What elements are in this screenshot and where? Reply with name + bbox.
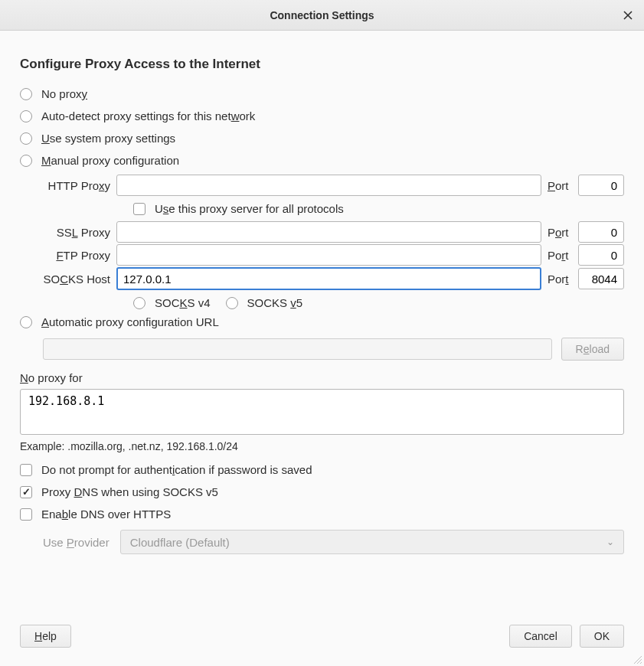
radio-socks-v4[interactable] — [133, 297, 145, 309]
dialog-footer: Help Cancel OK — [0, 609, 644, 666]
ftp-proxy-input[interactable] — [116, 244, 541, 266]
http-port-label: Port — [548, 179, 572, 192]
radio-label-system: Use system proxy settings — [41, 132, 175, 145]
socks-v4-label: SOCKS v4 — [155, 296, 211, 309]
no-proxy-example: Example: .mozilla.org, .net.nz, 192.168.… — [20, 440, 624, 452]
socks-port-input[interactable] — [578, 268, 624, 289]
doh-provider-row: Use Provider Cloudflare (Default) ⌄ — [20, 530, 624, 554]
socks-v4-option[interactable]: SOCKS v4 — [133, 296, 211, 309]
ssl-port-input[interactable] — [578, 221, 624, 243]
radio-system[interactable] — [20, 132, 32, 145]
radio-label-no-proxy: No proxy — [41, 87, 87, 100]
radio-row-manual[interactable]: Manual proxy configuration — [20, 149, 624, 171]
ftp-port-input[interactable] — [578, 244, 624, 266]
cancel-button[interactable]: Cancel — [509, 625, 572, 648]
use-for-all-row[interactable]: Use this proxy server for all protocols — [43, 198, 624, 220]
http-port-input[interactable] — [578, 175, 624, 196]
pac-row: Reload — [20, 338, 624, 361]
no-proxy-for-textarea[interactable] — [20, 389, 624, 435]
radio-label-auto-detect: Auto-detect proxy settings for this netw… — [41, 109, 255, 122]
no-prompt-row[interactable]: Do not prompt for authentication if pass… — [20, 459, 624, 481]
ssl-proxy-row: SSL Proxy Port — [43, 221, 624, 243]
socks-host-input[interactable] — [116, 267, 541, 290]
radio-row-system[interactable]: Use system proxy settings — [20, 127, 624, 149]
radio-socks-v5[interactable] — [226, 297, 238, 309]
socks-host-label: SOCKS Host — [43, 273, 110, 286]
socks-v5-option[interactable]: SOCKS v5 — [226, 296, 303, 309]
resize-grip-icon[interactable] — [632, 654, 642, 664]
radio-auto-detect[interactable] — [20, 110, 32, 122]
pac-url-input — [43, 338, 552, 360]
titlebar: Connection Settings — [0, 0, 644, 31]
radio-row-auto-detect[interactable]: Auto-detect proxy settings for this netw… — [20, 105, 624, 127]
radio-no-proxy[interactable] — [20, 88, 32, 100]
doh-provider-value: Cloudflare (Default) — [130, 536, 230, 549]
doh-label: Enable DNS over HTTPS — [41, 508, 171, 521]
http-proxy-row: HTTP Proxy Port — [43, 175, 624, 196]
ssl-port-label: Port — [548, 226, 572, 239]
page-title: Configure Proxy Access to the Internet — [20, 57, 624, 72]
radio-label-manual: Manual proxy configuration — [41, 154, 179, 167]
socks-version-row: SOCKS v4 SOCKS v5 — [43, 292, 624, 311]
radio-row-no-proxy[interactable]: No proxy — [20, 83, 624, 105]
ssl-proxy-label: SSL Proxy — [43, 226, 110, 239]
use-for-all-checkbox[interactable] — [133, 203, 145, 215]
dialog-title: Connection Settings — [270, 9, 374, 21]
no-prompt-label: Do not prompt for authentication if pass… — [41, 463, 312, 476]
help-button[interactable]: Help — [20, 625, 71, 648]
socks-v5-label: SOCKS v5 — [247, 296, 303, 309]
radio-label-pac: Automatic proxy configuration URL — [41, 315, 219, 328]
svg-line-4 — [640, 662, 642, 664]
connection-settings-dialog: Connection Settings Configure Proxy Acce… — [0, 0, 644, 666]
no-prompt-checkbox[interactable] — [20, 464, 32, 476]
proxy-dns-row[interactable]: Proxy DNS when using SOCKS v5 — [20, 481, 624, 503]
manual-proxy-block: HTTP Proxy Port Use this proxy server fo… — [20, 175, 624, 311]
http-proxy-label: HTTP Proxy — [43, 179, 110, 192]
radio-row-pac[interactable]: Automatic proxy configuration URL — [20, 311, 624, 333]
socks-port-label: Port — [548, 273, 572, 286]
proxy-dns-checkbox[interactable] — [20, 486, 32, 498]
radio-manual[interactable] — [20, 155, 32, 167]
proxy-dns-label: Proxy DNS when using SOCKS v5 — [41, 485, 218, 498]
radio-pac[interactable] — [20, 316, 32, 328]
doh-checkbox[interactable] — [20, 508, 32, 521]
reload-button: Reload — [561, 338, 624, 361]
use-for-all-label: Use this proxy server for all protocols — [155, 202, 344, 215]
ssl-proxy-input[interactable] — [116, 221, 541, 243]
socks-host-row: SOCKS Host Port — [43, 267, 624, 290]
http-proxy-input[interactable] — [116, 175, 541, 196]
ftp-port-label: Port — [548, 249, 572, 262]
chevron-down-icon: ⌄ — [606, 537, 614, 547]
ftp-proxy-row: FTP Proxy Port — [43, 244, 624, 266]
doh-provider-label: Use Provider — [43, 536, 110, 549]
doh-row[interactable]: Enable DNS over HTTPS — [20, 503, 624, 525]
no-proxy-for-label: No proxy for — [20, 371, 624, 384]
ok-button[interactable]: OK — [580, 625, 624, 648]
close-icon[interactable] — [621, 8, 635, 22]
ftp-proxy-label: FTP Proxy — [43, 249, 110, 262]
dialog-body: Configure Proxy Access to the Internet N… — [0, 31, 644, 609]
doh-provider-select: Cloudflare (Default) ⌄ — [120, 530, 624, 554]
